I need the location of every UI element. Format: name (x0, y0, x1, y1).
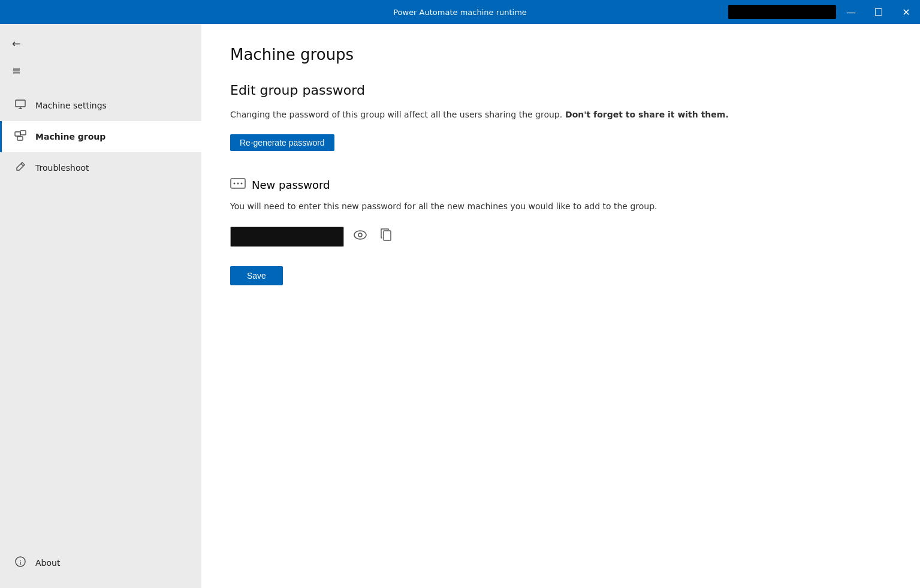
description-part1: Changing the password of this group will… (230, 110, 562, 119)
svg-line-6 (21, 164, 23, 166)
sidebar: ← ≡ Machine settings (0, 24, 201, 588)
title-bar-controls: — ☐ ✕ (837, 0, 920, 24)
title-bar-title: Power Automate machine runtime (393, 8, 527, 17)
password-field-icon (230, 177, 246, 192)
svg-point-14 (358, 233, 362, 237)
maximize-button[interactable]: ☐ (865, 0, 892, 24)
copy-icon (380, 228, 392, 242)
troubleshoot-icon (14, 161, 27, 175)
svg-rect-3 (15, 132, 20, 136)
sidebar-nav: Machine settings Machine group (0, 90, 201, 183)
svg-point-12 (241, 183, 243, 185)
main-content: Machine groups Edit group password Chang… (201, 24, 920, 588)
app-body: ← ≡ Machine settings (0, 24, 920, 588)
page-title: Machine groups (230, 46, 891, 64)
password-field-row (230, 226, 891, 247)
troubleshoot-label: Troubleshoot (35, 163, 89, 173)
hamburger-icon: ≡ (12, 64, 21, 77)
description-bold: Don't forget to share it with them. (562, 110, 729, 119)
title-bar-account (728, 5, 836, 19)
new-password-title: New password (252, 179, 330, 191)
new-password-header: New password (230, 177, 891, 192)
close-button[interactable]: ✕ (892, 0, 920, 24)
sidebar-item-machine-group[interactable]: Machine group (0, 121, 201, 152)
svg-text:i: i (20, 559, 22, 566)
svg-point-11 (237, 183, 239, 185)
password-input[interactable] (230, 227, 344, 247)
new-password-section: New password You will need to enter this… (230, 177, 891, 285)
minimize-button[interactable]: — (837, 0, 865, 24)
sidebar-bottom: i About (0, 547, 201, 588)
machine-group-icon (14, 129, 27, 144)
machine-group-label: Machine group (35, 132, 105, 141)
menu-toggle-button[interactable]: ≡ (0, 57, 201, 84)
new-password-description: You will need to enter this new password… (230, 200, 891, 213)
machine-settings-label: Machine settings (35, 101, 107, 110)
machine-settings-icon (14, 98, 27, 113)
save-button[interactable]: Save (230, 266, 283, 285)
sidebar-item-machine-settings[interactable]: Machine settings (0, 90, 201, 121)
sidebar-item-troubleshoot[interactable]: Troubleshoot (0, 152, 201, 183)
about-label: About (35, 558, 60, 568)
eye-icon (354, 230, 367, 240)
section-title: Edit group password (230, 83, 891, 98)
svg-rect-5 (17, 137, 23, 140)
back-icon: ← (12, 37, 21, 50)
svg-point-13 (354, 231, 366, 239)
title-bar: Power Automate machine runtime — ☐ ✕ (0, 0, 920, 24)
sidebar-item-about[interactable]: i About (0, 547, 201, 578)
regenerate-password-button[interactable]: Re-generate password (230, 134, 334, 151)
copy-password-button[interactable] (376, 226, 396, 247)
back-button[interactable]: ← (0, 30, 201, 57)
svg-point-10 (234, 183, 236, 185)
description-text: Changing the password of this group will… (230, 108, 891, 121)
show-password-button[interactable] (350, 227, 370, 246)
svg-rect-0 (16, 100, 25, 107)
svg-rect-4 (20, 131, 26, 135)
about-icon: i (14, 556, 27, 570)
svg-rect-15 (384, 231, 391, 240)
